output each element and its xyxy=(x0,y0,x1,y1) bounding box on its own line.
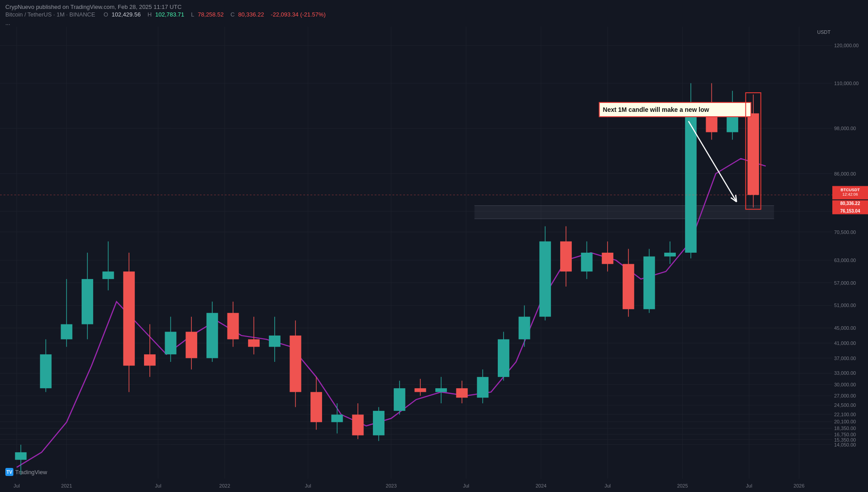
chart-header: CrypNuevo published on TradingView.com, … xyxy=(0,0,868,30)
chart-container: CrypNuevo published on TradingView.com, … xyxy=(0,0,868,492)
tv-label: TradingView xyxy=(15,469,47,476)
symbol-label: Bitcoin / TetherUS · 1M · BINANCE O102,4… xyxy=(5,11,329,18)
price-chart[interactable] xyxy=(0,0,868,492)
tradingview-logo: TV TradingView xyxy=(5,468,47,476)
tv-icon: TV xyxy=(5,468,13,476)
published-info: CrypNuevo published on TradingView.com, … xyxy=(5,4,863,10)
ohlc-bar: Bitcoin / TetherUS · 1M · BINANCE O102,4… xyxy=(5,11,863,18)
more-options[interactable]: ... xyxy=(5,20,863,26)
